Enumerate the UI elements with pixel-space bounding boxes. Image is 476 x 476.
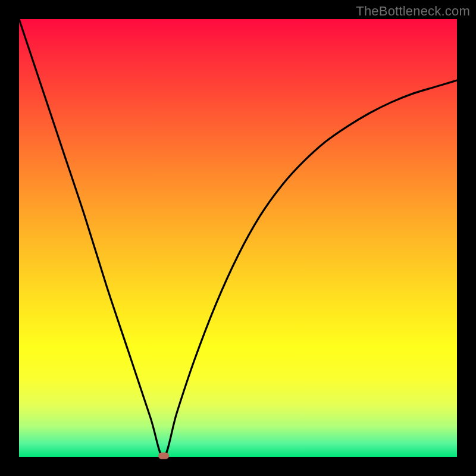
watermark-text: TheBottleneck.com	[356, 4, 470, 19]
plot-area	[19, 19, 457, 457]
chart-frame: TheBottleneck.com	[0, 0, 476, 476]
bottleneck-curve	[19, 19, 457, 457]
minimum-marker	[158, 453, 169, 459]
curve-path	[19, 19, 457, 457]
